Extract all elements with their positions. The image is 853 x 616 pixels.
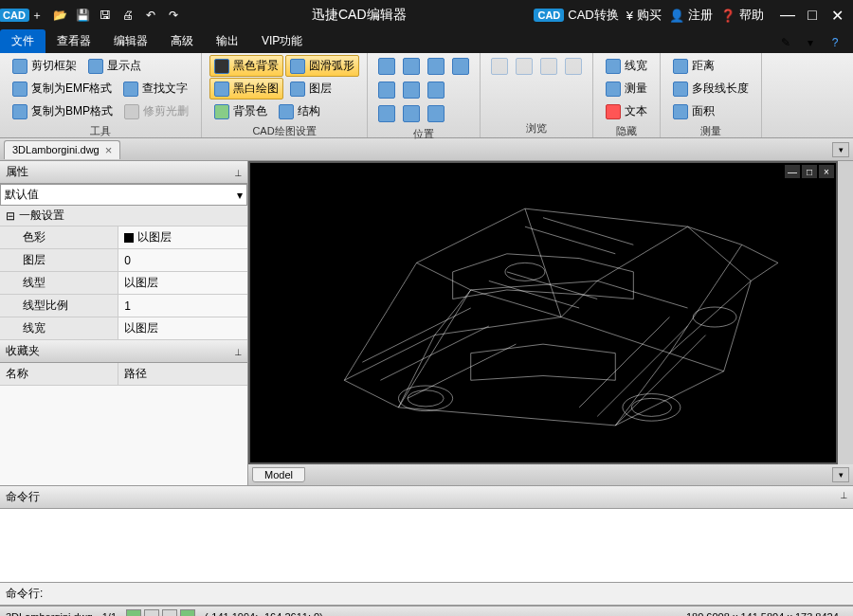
pan-icon[interactable] [449,55,472,78]
document-tab-close-icon[interactable]: × [105,143,113,157]
pin-icon[interactable]: ⟂ [235,167,242,178]
distance-button[interactable]: 距离 [668,55,753,77]
document-tab[interactable]: 3DLamborgini.dwg × [4,140,120,159]
favorites-columns: 名称 路径 [0,363,247,386]
text-button[interactable]: 文本 [601,100,652,122]
copy-bmp-button[interactable]: 复制为BMP格式 [8,100,118,122]
viewport[interactable]: — □ × [250,163,836,462]
ribbon-group-position: 位置 [368,53,481,137]
saveall-icon[interactable]: 🖫 [95,5,116,26]
properties-combo[interactable]: 默认值▾ [0,184,247,206]
zoom-in-icon[interactable] [425,55,447,78]
prop-row-lineweight[interactable]: 线宽以图层 [0,317,247,340]
viewport-close-icon[interactable]: × [819,165,834,178]
menu-tab-vip[interactable]: VIP功能 [250,29,314,53]
ribbon-group-measure: 距离 多段线长度 面积 测量 [661,53,762,137]
pin-icon[interactable]: ⟂ [841,489,847,505]
model-tabs-dropdown[interactable]: ▾ [832,467,849,482]
status-toggle3-icon[interactable] [162,609,177,617]
svg-point-4 [693,307,736,327]
svg-line-6 [362,308,470,362]
buy-link[interactable]: ¥购买 [626,7,662,24]
show-points-button[interactable]: 显示点 [83,55,146,77]
nav-down-icon[interactable] [562,55,585,78]
layers-button[interactable]: 图层 [285,78,336,100]
menu-tab-advanced[interactable]: 高级 [159,29,205,53]
trim-button[interactable]: 修剪光删 [119,100,193,122]
zoom-window-icon[interactable] [375,55,398,78]
model-tabs: Model ▾ [248,464,853,485]
menu-tab-file[interactable]: 文件 [0,29,45,53]
vertical-scrollbar[interactable] [838,161,853,464]
pen-icon[interactable]: ✎ [775,32,796,53]
nav-left-icon[interactable] [488,55,511,78]
open-icon[interactable]: 📂 [49,5,70,26]
pos-tool2-icon[interactable] [400,79,423,101]
prop-row-linetype[interactable]: 线型以图层 [0,272,247,295]
measure-button[interactable]: 测量 [601,78,652,100]
structure-button[interactable]: 结构 [274,100,325,122]
status-ratio: 1/1 [102,611,117,617]
bw-draw-button[interactable]: 黑白绘图 [209,78,283,100]
nav-up-icon[interactable] [537,55,560,78]
favorites-body [0,386,247,485]
side-panels: 属性 ⟂ 默认值▾ ⊟一般设置 色彩以图层 图层0 线型以图层 线型比例1 线宽… [0,161,248,485]
document-tab-label: 3DLamborgini.dwg [12,144,100,155]
status-toggle4-icon[interactable] [180,609,195,617]
save-icon[interactable]: 💾 [72,5,93,26]
help-link[interactable]: ❓帮助 [720,7,764,24]
prop-row-ltscale[interactable]: 线型比例1 [0,295,247,317]
status-toggle1-icon[interactable] [126,609,141,617]
find-text-button[interactable]: 查找文字 [118,78,192,100]
linewidth-button[interactable]: 线宽 [601,55,652,77]
menu-tab-viewer[interactable]: 查看器 [45,29,102,53]
status-dims: 180.6008 x 141.5804 x 173.8424... [686,611,847,617]
smooth-arc-button[interactable]: 圆滑弧形 [285,55,359,77]
zoom-extents-icon[interactable] [400,55,423,78]
crop-frame-button[interactable]: 剪切框架 [8,55,82,77]
ribbon-label-tools: 工具 [8,122,193,140]
close-button[interactable]: ✕ [828,7,845,24]
maximize-button[interactable]: □ [804,7,821,24]
menu-tab-output[interactable]: 输出 [205,29,250,53]
cad-convert-link[interactable]: CADCAD转换 [534,7,618,24]
ribbon-group-cad-settings: 黑色背景 圆滑弧形 黑白绘图 图层 背景色 结构 CAD绘图设置 [202,53,368,137]
command-output[interactable] [0,509,853,583]
properties-section[interactable]: ⊟一般设置 [0,206,247,226]
undo-icon[interactable]: ↶ [140,5,161,26]
dropdown-icon[interactable]: ▾ [800,32,821,53]
minimize-button[interactable]: — [779,7,796,24]
model-tab[interactable]: Model [252,467,305,482]
new-icon[interactable]: ＋ [27,5,47,26]
polyline-length-button[interactable]: 多段线长度 [668,78,753,100]
prop-row-layer[interactable]: 图层0 [0,249,247,272]
nav-right-icon[interactable] [513,55,535,78]
menu-bar: 文件 查看器 编辑器 高级 输出 VIP功能 ✎ ▾ ? [0,30,853,53]
pos-tool5-icon[interactable] [425,102,447,125]
svg-line-12 [471,290,561,317]
zoom-out-icon[interactable] [425,79,447,101]
app-title: 迅捷CAD编辑器 [184,7,534,24]
ribbon-label-position: 位置 [375,125,472,143]
status-toggle2-icon[interactable] [144,609,159,617]
redo-icon[interactable]: ↷ [163,5,184,26]
status-filename: 3DLamborgini.dwg [6,611,93,617]
pos-tool4-icon[interactable] [400,102,423,125]
menu-tab-editor[interactable]: 编辑器 [102,29,159,53]
pin-icon[interactable]: ⟂ [235,346,242,357]
prop-row-color[interactable]: 色彩以图层 [0,226,247,249]
pos-tool3-icon[interactable] [375,102,398,125]
bg-color-button[interactable]: 背景色 [209,100,272,122]
black-bg-button[interactable]: 黑色背景 [209,55,283,77]
document-tabs-dropdown[interactable]: ▾ [832,142,849,157]
copy-emf-button[interactable]: 复制为EMF格式 [8,78,117,100]
workspace: 属性 ⟂ 默认值▾ ⊟一般设置 色彩以图层 图层0 线型以图层 线型比例1 线宽… [0,161,853,485]
register-link[interactable]: 👤注册 [669,7,713,24]
help-small-icon[interactable]: ? [825,32,845,53]
command-input[interactable]: 命令行: [0,583,853,606]
print-icon[interactable]: 🖨 [118,5,138,26]
svg-point-5 [505,263,545,281]
area-button[interactable]: 面积 [668,100,753,122]
pos-tool1-icon[interactable] [375,79,398,101]
status-coords: (-141.1994; -164.2611; 0) [205,611,323,617]
